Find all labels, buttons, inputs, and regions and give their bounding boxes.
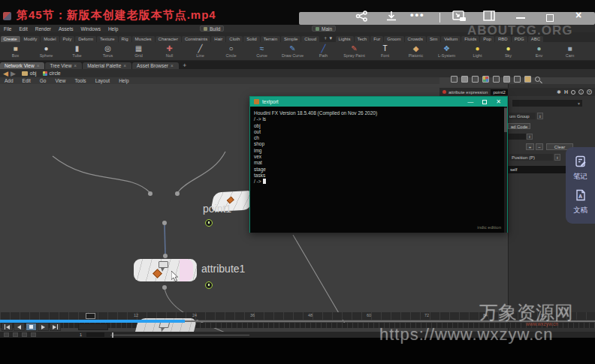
menu-item[interactable]: Go: [35, 78, 51, 83]
menu-item[interactable]: View: [50, 78, 70, 83]
menu-item[interactable]: Assets: [55, 26, 77, 32]
menu-item[interactable]: Help: [114, 78, 133, 83]
nav-forward-icon[interactable]: ▶: [11, 70, 16, 77]
shelf-tab[interactable]: Simple: [281, 36, 301, 42]
menu-item[interactable]: Add: [0, 78, 18, 83]
range-end-field[interactable]: [86, 332, 104, 337]
shelf-tool[interactable]: ▦Grid: [123, 44, 154, 58]
menu-item[interactable]: Render: [32, 26, 55, 32]
shelf-tool[interactable]: ╱Line: [185, 44, 216, 58]
nav-back-icon[interactable]: ◀: [3, 70, 8, 77]
pane-tab[interactable]: Asset Browser×: [132, 62, 179, 69]
shelf-tool[interactable]: ●Sky: [493, 44, 524, 58]
shelf-tab[interactable]: Muscles: [132, 36, 155, 42]
tab-close-icon[interactable]: ×: [171, 63, 174, 68]
layout-grid-icon[interactable]: [493, 76, 500, 83]
shelf-tool[interactable]: ■Cam: [554, 44, 585, 58]
textport-title-bar[interactable]: textport — ✕: [250, 97, 507, 107]
menu-item[interactable]: Help: [104, 26, 122, 32]
shelf-tool[interactable]: ○Circle: [216, 44, 246, 58]
transcript-button[interactable]: A 文稿: [573, 189, 587, 215]
breadcrumb-context[interactable]: obj: [22, 71, 37, 76]
shelf-tab[interactable]: Crowds: [405, 36, 426, 42]
shelf-tool[interactable]: ✎Spray Paint: [339, 44, 370, 58]
menu-item[interactable]: Windows: [77, 26, 104, 32]
frame-field[interactable]: [78, 323, 108, 330]
stop-button[interactable]: [26, 323, 37, 331]
tab-close-icon[interactable]: ×: [74, 63, 77, 68]
shelf-tab[interactable]: Constraints: [182, 36, 210, 42]
terminal-close-icon[interactable]: ✕: [496, 98, 501, 105]
minimize-button[interactable]: [516, 17, 525, 19]
playbar-settings-icon[interactable]: [31, 332, 36, 337]
shelf-tool[interactable]: ✚Null: [154, 44, 185, 58]
shelf-tool[interactable]: ❖L-System: [431, 44, 462, 58]
shelf-tool[interactable]: TFont: [370, 44, 400, 58]
tree-icon[interactable]: [461, 76, 468, 83]
shelf-tab[interactable]: Tech: [355, 36, 370, 42]
notes-button[interactable]: 笔记: [573, 155, 587, 182]
realtime-toggle-icon[interactable]: [4, 332, 9, 337]
shelf-tab[interactable]: Cloud: [301, 36, 319, 42]
more-options-icon[interactable]: •••: [410, 9, 425, 20]
jump-to-start-button[interactable]: [2, 323, 13, 331]
input-connector[interactable]: [163, 254, 168, 258]
color-palette-icon[interactable]: [482, 76, 489, 83]
shelf-tab[interactable]: RBD: [495, 36, 511, 42]
desktop-selector[interactable]: Build: [200, 26, 224, 32]
pane-tab[interactable]: Material Palette×: [83, 62, 131, 69]
shelf-tab[interactable]: Character: [156, 36, 181, 42]
maximize-button[interactable]: [546, 14, 554, 22]
output-connector[interactable]: [162, 285, 167, 290]
render-view-icon[interactable]: [514, 76, 521, 83]
shelf-tab[interactable]: Model: [41, 36, 59, 42]
shelf-tab[interactable]: Modify: [21, 36, 41, 42]
shelf-tab[interactable]: Fur: [370, 36, 383, 42]
menu-item[interactable]: Edit: [15, 26, 31, 32]
shelf-tab[interactable]: PDG: [512, 36, 527, 42]
input-connector[interactable]: [175, 191, 180, 196]
play-forward-button[interactable]: [38, 323, 49, 331]
shelf-tool[interactable]: ≈Curve: [246, 44, 277, 58]
shelf-add-tab-button[interactable]: ＋ ▾: [320, 35, 335, 42]
input-connector[interactable]: [148, 191, 153, 196]
menu-item[interactable]: Edit: [18, 78, 35, 83]
shelf-tab[interactable]: Texture: [97, 36, 118, 42]
tab-close-icon[interactable]: ×: [37, 63, 40, 68]
menu-item[interactable]: Layout: [91, 78, 115, 83]
tab-close-icon[interactable]: ×: [123, 63, 126, 68]
current-frame-marker[interactable]: [86, 313, 95, 319]
shelf-tab[interactable]: Terrain: [261, 36, 280, 42]
shelf-tab[interactable]: Rig: [119, 36, 131, 42]
shelf-tab[interactable]: Sim: [427, 36, 440, 42]
shelf-tab[interactable]: Fluids: [461, 36, 479, 42]
sidebar-toggle-icon[interactable]: [483, 11, 495, 21]
take-selector[interactable]: Main: [312, 26, 336, 32]
shelf-tab[interactable]: ABC: [528, 36, 543, 42]
range-slider-handle[interactable]: [112, 332, 113, 338]
shelf-tool[interactable]: ●Env: [524, 44, 554, 58]
output-connector[interactable]: [162, 221, 167, 225]
shelf-tool[interactable]: ◎Torus: [92, 44, 123, 58]
search-icon[interactable]: [535, 77, 540, 82]
shelf-tab[interactable]: Cloth: [226, 36, 243, 42]
video-content-houdini[interactable]: FileEditRenderAssetsWindowsHelp Build Ma…: [0, 25, 595, 338]
audio-toggle-icon[interactable]: [13, 332, 18, 337]
shelf-tab[interactable]: Create: [1, 36, 20, 42]
jump-to-end-button[interactable]: [50, 323, 61, 331]
tools-icon[interactable]: [451, 76, 458, 83]
shelf-tab[interactable]: Deform: [75, 36, 96, 42]
pane-tab[interactable]: Tree View×: [45, 62, 82, 69]
menu-item[interactable]: Tools: [70, 78, 90, 83]
textport-window[interactable]: textport — ✕ Houdini FX Version 18.5.408…: [249, 96, 508, 233]
play-reverse-button[interactable]: [14, 323, 25, 331]
shelf-tab[interactable]: Hair: [211, 36, 225, 42]
shelf-tool[interactable]: ●Light: [462, 44, 493, 58]
mini-player-icon[interactable]: [452, 11, 467, 22]
shelf-tool[interactable]: ✎Draw Curve: [277, 44, 308, 58]
shelf-tab[interactable]: Vellum: [441, 36, 461, 42]
new-pane-tab-button[interactable]: ＋: [182, 61, 188, 69]
share-icon[interactable]: [355, 11, 368, 22]
shelf-tool[interactable]: ◆Platonic: [400, 44, 431, 58]
floating-panel-icon[interactable]: [503, 76, 510, 83]
